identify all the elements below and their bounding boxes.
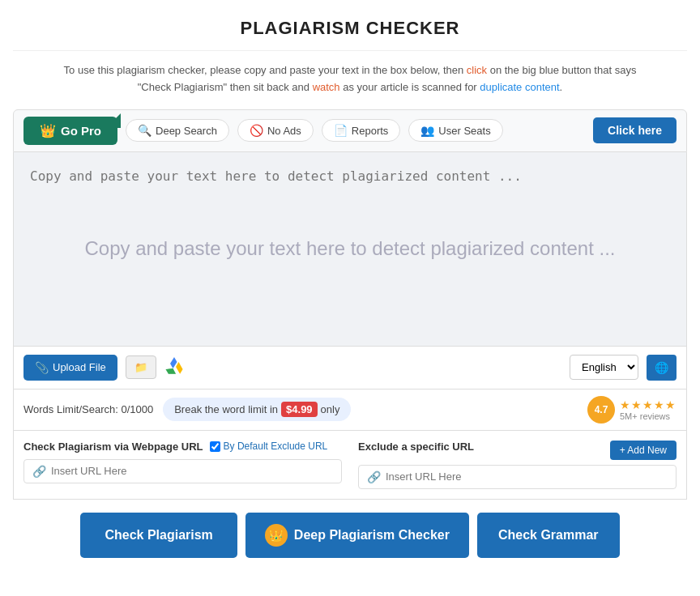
click-highlight: click	[467, 64, 487, 76]
go-pro-button[interactable]: 👑 Go Pro	[23, 117, 117, 145]
crown-icon: 👑	[40, 123, 56, 138]
language-select[interactable]: English	[570, 355, 638, 380]
exclude-url-label: Exclude a specific URL	[358, 441, 474, 453]
url-section: Check Plagiarism via Webpage URL By Defa…	[13, 431, 687, 500]
user-seats-pill[interactable]: 👥 User Seats	[408, 119, 502, 142]
file-icon: 📁	[134, 361, 147, 373]
no-ads-pill[interactable]: 🚫 No Ads	[237, 119, 314, 142]
upload-file-button[interactable]: 📎 Upload File	[23, 355, 117, 381]
click-here-button[interactable]: Click here	[593, 117, 677, 143]
stars-display: ★★★★★	[620, 398, 677, 411]
translate-button[interactable]: 🌐	[647, 355, 677, 381]
exclude-url-checkbox-label[interactable]: By Default Exclude URL	[210, 441, 328, 452]
translate-icon: 🌐	[655, 361, 668, 374]
check-grammar-button[interactable]: Check Grammar	[477, 513, 620, 558]
deep-crown-icon: 👑	[265, 524, 288, 547]
deep-search-pill[interactable]: 🔍 Deep Search	[126, 119, 229, 142]
plagiarism-textarea[interactable]	[14, 152, 686, 346]
page-title: PLAGIARISM CHECKER	[13, 10, 687, 51]
stars-reviews: ★★★★★ 5M+ reviews	[620, 398, 677, 421]
webpage-url-input[interactable]	[51, 465, 333, 477]
watch-highlight: watch	[313, 81, 340, 93]
user-seats-icon: 👥	[420, 124, 434, 137]
upload-icon: 📎	[35, 361, 49, 374]
price-badge: $4.99	[281, 402, 318, 417]
reports-icon: 📄	[334, 124, 348, 137]
add-new-button[interactable]: + Add New	[610, 441, 677, 460]
word-count-label: Words Limit/Search: 0/1000	[23, 403, 153, 415]
no-ads-icon: 🚫	[250, 124, 263, 137]
deep-plagiarism-button[interactable]: 👑 Deep Plagiarism Checker	[245, 513, 469, 558]
webpage-url-col: Check Plagiarism via Webpage URL By Defa…	[23, 441, 342, 483]
description-text: To use this plagiarism checker, please c…	[13, 62, 687, 96]
word-limit-bar: Words Limit/Search: 0/1000 Break the wor…	[13, 390, 687, 431]
exclude-url-label-row: Exclude a specific URL + Add New	[358, 441, 677, 460]
google-drive-icon[interactable]	[164, 355, 184, 379]
word-limit-pill[interactable]: Break the word limit in $4.99 only	[163, 398, 351, 421]
exclude-url-input[interactable]	[386, 470, 668, 483]
webpage-url-label: Check Plagiarism via Webpage URL By Defa…	[23, 441, 342, 453]
rating-box: 4.7 ★★★★★ 5M+ reviews	[587, 396, 677, 424]
exclude-url-col: Exclude a specific URL + Add New 🔗	[358, 441, 677, 489]
pro-bar: 👑 Go Pro 🔍 Deep Search 🚫 No Ads 📄 Report…	[13, 109, 687, 152]
rating-circle: 4.7	[587, 396, 615, 424]
webpage-url-input-wrapper: 🔗	[23, 459, 342, 483]
reports-pill[interactable]: 📄 Reports	[322, 119, 401, 142]
duplicate-highlight: duplicate content	[480, 81, 559, 93]
exclude-url-input-wrapper: 🔗	[358, 465, 677, 489]
link-icon: 🔗	[32, 465, 46, 478]
reviews-text: 5M+ reviews	[620, 411, 677, 421]
link-icon-2: 🔗	[367, 470, 381, 483]
exclude-url-checkbox[interactable]	[210, 441, 220, 452]
action-buttons: Check Plagiarism 👑 Deep Plagiarism Check…	[13, 513, 687, 571]
text-input-area[interactable]: Copy and paste your text here to detect …	[13, 152, 687, 347]
upload-bar: 📎 Upload File 📁 English 🌐	[13, 347, 687, 390]
check-plagiarism-button[interactable]: Check Plagiarism	[80, 513, 237, 558]
file-picker-button[interactable]: 📁	[126, 355, 156, 379]
search-icon: 🔍	[138, 124, 152, 137]
